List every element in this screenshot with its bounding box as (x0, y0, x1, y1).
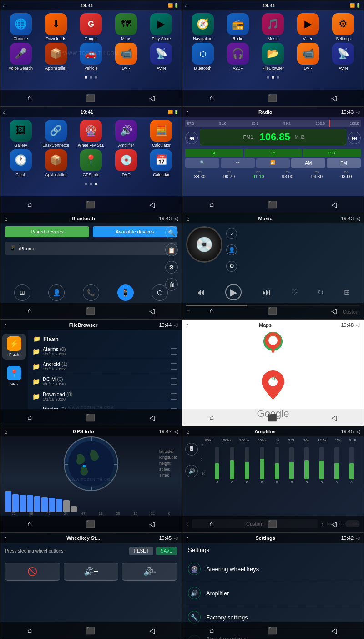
music-prev-btn[interactable]: ⏮ (196, 287, 205, 298)
recents-btn-p4[interactable]: ⬛ (268, 200, 277, 209)
app-a2dp[interactable]: 🎧 A2DP (221, 43, 254, 71)
music-heart-icon[interactable]: ♡ (291, 288, 298, 297)
back-btn-p9[interactable]: ◁ (149, 520, 155, 528)
maps-back[interactable]: ◁ (356, 322, 360, 328)
preset-p1[interactable]: P1 88.30 (185, 169, 214, 180)
af-btn[interactable]: AF (185, 149, 243, 157)
recents-btn-p1[interactable]: ⬛ (86, 94, 95, 102)
amp-home-icon[interactable]: ⌂ (186, 428, 190, 435)
app-avin2[interactable]: 📡 AVIN (327, 43, 360, 71)
recents-btn-p10[interactable]: ⬛ (268, 520, 277, 528)
amp-slider-500hz[interactable]: 0 (260, 443, 264, 484)
home-btn-p5[interactable]: ⌂ (27, 307, 32, 315)
bt-available-tab[interactable]: Available devices (93, 226, 177, 237)
wk-save-btn[interactable]: SAVE (156, 547, 177, 555)
bt-search-icon[interactable]: 🔍 (165, 226, 178, 239)
amp-volume-icon[interactable]: 🔊 (185, 465, 198, 477)
app-maps[interactable]: 🗺 Maps (110, 13, 143, 41)
app-music[interactable]: 🎵 Music (256, 13, 289, 41)
wk-vol-up-btn[interactable]: 🔊+ (64, 563, 119, 581)
wk-mute-btn[interactable]: 🚫 (5, 563, 60, 581)
app-clock[interactable]: 🕐 Clock (4, 149, 37, 177)
home-btn-p9[interactable]: ⌂ (27, 520, 32, 528)
app-calculator[interactable]: 🧮 Calculator (145, 120, 178, 147)
music-person-icon[interactable]: 👤 (226, 244, 237, 255)
app-wheelkey[interactable]: 🎡 Wheelkey Stu. (74, 120, 107, 147)
app-chrome[interactable]: 🌐 Chrome (4, 13, 37, 41)
home-btn-p7[interactable]: ⌂ (27, 413, 32, 421)
ta-btn[interactable]: TA (244, 149, 302, 157)
android-checkbox[interactable] (171, 363, 177, 370)
fb-gps-item[interactable]: 📍 GPS (2, 363, 26, 389)
app-filebrowser[interactable]: 📂 FileBrowser (256, 43, 289, 71)
app-bluetooth[interactable]: ⬡ Bluetooth (186, 43, 219, 71)
fm-btn[interactable]: FM (327, 158, 361, 168)
settings-back[interactable]: ◁ (356, 535, 360, 541)
bt-settings-icon[interactable]: ⚙ (165, 261, 178, 274)
recents-btn-p8[interactable]: ⬛ (268, 413, 277, 422)
recents-btn-p12[interactable]: ⬛ (268, 626, 277, 635)
home-btn-p2[interactable]: ⌂ (209, 94, 214, 102)
preset-p4[interactable]: P4 93.00 (273, 169, 302, 180)
app-dvr[interactable]: 📹 DVR (110, 43, 143, 71)
amp-slider-2k5[interactable]: 0 (289, 443, 294, 484)
radio-back[interactable]: ◁ (356, 109, 360, 115)
recents-btn-p3[interactable]: ⬛ (86, 200, 95, 209)
amp-slider-1k[interactable]: 0 (275, 443, 279, 484)
home-btn-p8[interactable]: ⌂ (209, 413, 214, 421)
pty-btn[interactable]: PTY (303, 149, 361, 157)
bt-phone-active-icon[interactable]: 📱 (117, 284, 134, 301)
amp-tune-icon[interactable]: 🎛 (185, 443, 198, 456)
recents-btn-p9[interactable]: ⬛ (86, 520, 95, 528)
amp-slider-100hz[interactable]: 0 (230, 443, 234, 484)
music-gear-icon[interactable]: ⚙ (226, 261, 237, 272)
app-playstore[interactable]: ▶ Play Store (145, 13, 178, 41)
fb-home-icon[interactable]: ⌂ (4, 322, 8, 329)
app-voicesearch[interactable]: 🎤 Voice Search (4, 43, 37, 71)
bt-bluetooth-icon[interactable]: ⬡ (152, 284, 168, 301)
recents-btn-p6[interactable]: ⬛ (268, 307, 277, 315)
amp-slider-10k[interactable]: 0 (304, 443, 309, 484)
dcim-checkbox[interactable] (171, 378, 177, 385)
am-btn[interactable]: AM (291, 158, 325, 168)
music-next-btn[interactable]: ⏭ (262, 287, 271, 298)
recents-btn-p2[interactable]: ⬛ (268, 94, 277, 102)
music-note-icon[interactable]: ♪ (226, 228, 237, 239)
back-btn-p4[interactable]: ◁ (331, 200, 337, 209)
back-btn-p12[interactable]: ◁ (331, 626, 337, 635)
bt-grid-icon[interactable]: ⊞ (14, 284, 30, 301)
recents-btn-p5[interactable]: ⬛ (86, 307, 95, 315)
alarms-checkbox[interactable] (171, 348, 177, 355)
recents-btn-p7[interactable]: ⬛ (86, 413, 95, 422)
back-btn-p6[interactable]: ◁ (331, 307, 337, 315)
fb-back[interactable]: ◁ (174, 322, 178, 328)
amp-slider-12k5[interactable]: 0 (319, 443, 324, 484)
app-amplifier[interactable]: 🔊 Amplifier (110, 120, 143, 147)
app-radio[interactable]: 📻 Radio (221, 13, 254, 41)
app-downloads[interactable]: ⬇ Downloads (39, 13, 72, 41)
signal-btn[interactable]: 📶 (256, 158, 290, 168)
fb-folder-movies[interactable]: 📁 Movies (0) 1/1/16 20:00 (30, 404, 179, 409)
app-dvr2[interactable]: 📹 DVR (292, 43, 325, 71)
amp-slider-60hz[interactable]: 0 (215, 443, 219, 484)
app-gallery[interactable]: 🖼 Gallery (4, 120, 37, 147)
app-calendar[interactable]: 📅 Calendar (145, 149, 178, 177)
app-navigation[interactable]: 🧭 Navigation (186, 13, 219, 41)
back-btn-p5[interactable]: ◁ (149, 307, 155, 315)
bt-paired-tab[interactable]: Paired devices (5, 226, 89, 237)
app-google[interactable]: G Google (74, 13, 107, 41)
search-btn[interactable]: 🔍 (185, 158, 219, 168)
gps-home-icon[interactable]: ⌂ (4, 428, 8, 435)
app-vehicle[interactable]: 🚗 Vehicle (74, 43, 107, 71)
home-btn-p6[interactable]: ⌂ (209, 307, 214, 315)
preset-p6[interactable]: P6 93.90 (332, 169, 361, 180)
gps-back[interactable]: ◁ (174, 429, 178, 435)
fb-folder-android[interactable]: 📁 Android (1) 1/1/16 20:02 (30, 359, 179, 374)
download-checkbox[interactable] (171, 393, 177, 400)
settings-amplifier-item[interactable]: 🔊 Amplifier (182, 581, 364, 605)
app-video[interactable]: ▶ Video (292, 13, 325, 41)
back-btn-p3[interactable]: ◁ (149, 200, 155, 209)
back-btn-p7[interactable]: ◁ (149, 413, 155, 422)
radio-home-icon[interactable]: ⌂ (186, 109, 190, 116)
amp-slider-200hz[interactable]: 0 (245, 443, 249, 484)
